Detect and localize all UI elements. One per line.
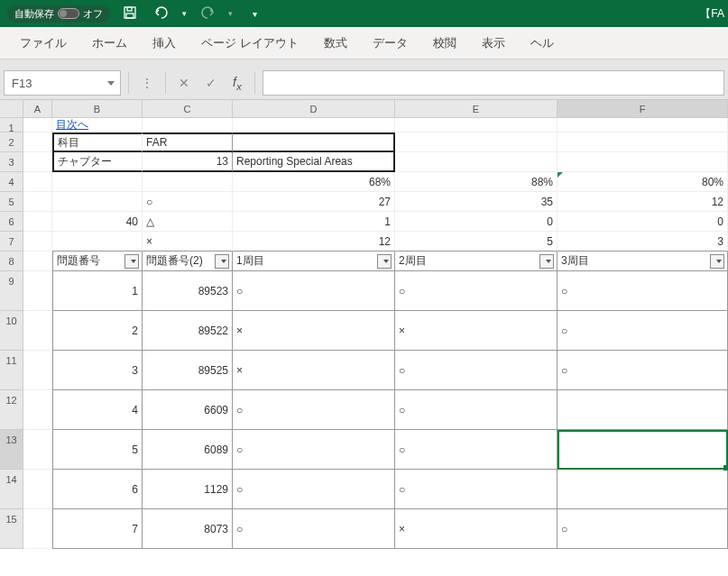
cell[interactable]: 13 bbox=[143, 152, 233, 172]
cell[interactable]: 88% bbox=[395, 172, 558, 192]
cell[interactable]: ○ bbox=[395, 351, 558, 390]
row-header[interactable]: 12 bbox=[0, 390, 23, 430]
filter-header[interactable]: 2周目 bbox=[395, 251, 558, 271]
cell[interactable]: チャプター bbox=[52, 152, 143, 172]
tab-review[interactable]: 校閲 bbox=[420, 28, 469, 59]
cell[interactable]: 89522 bbox=[143, 311, 233, 351]
cell[interactable]: Reporting Special Areas bbox=[233, 152, 395, 172]
cell[interactable]: × bbox=[395, 509, 558, 549]
cell[interactable]: 6089 bbox=[143, 430, 233, 470]
cell[interactable]: 27 bbox=[233, 192, 395, 212]
cell[interactable]: 0 bbox=[395, 212, 558, 232]
cell[interactable]: 80% bbox=[558, 172, 728, 192]
filter-dropdown-icon[interactable] bbox=[716, 260, 722, 263]
autosave-toggle[interactable]: 自動保存 オフ bbox=[7, 5, 110, 23]
qat-customize-icon[interactable]: ▾ bbox=[249, 7, 261, 21]
name-box[interactable]: F13 bbox=[4, 70, 121, 96]
cell[interactable]: 3 bbox=[558, 232, 728, 251]
cell[interactable]: 5 bbox=[52, 430, 143, 470]
row-header[interactable]: 14 bbox=[0, 470, 23, 509]
row-header[interactable]: 8 bbox=[0, 251, 23, 271]
undo-dropdown-icon[interactable]: ▾ bbox=[182, 9, 187, 18]
formula-input[interactable] bbox=[263, 70, 724, 96]
cell[interactable]: ○ bbox=[233, 271, 395, 311]
cell[interactable]: ○ bbox=[233, 430, 395, 470]
cell[interactable]: 1129 bbox=[143, 470, 233, 509]
row-header[interactable]: 6 bbox=[0, 212, 23, 232]
cell[interactable]: × bbox=[233, 351, 395, 390]
fx-icon[interactable]: fx bbox=[233, 75, 242, 92]
cell[interactable] bbox=[558, 390, 728, 430]
row-header[interactable]: 3 bbox=[0, 152, 23, 172]
filter-dropdown-icon[interactable] bbox=[546, 260, 551, 263]
cell[interactable]: 40 bbox=[52, 212, 143, 232]
col-header-f[interactable]: F bbox=[558, 100, 728, 117]
cell[interactable]: 35 bbox=[395, 192, 558, 212]
tab-home[interactable]: ホーム bbox=[79, 28, 140, 59]
filter-dropdown-icon[interactable] bbox=[383, 260, 389, 263]
row-header[interactable]: 5 bbox=[0, 192, 23, 212]
row-header[interactable]: 13 bbox=[0, 430, 23, 470]
cell[interactable]: 12 bbox=[558, 192, 728, 212]
spreadsheet-grid[interactable]: A B C D E F 1 2 3 4 5 6 7 8 9 10 11 12 1… bbox=[0, 100, 728, 549]
col-header-b[interactable]: B bbox=[52, 100, 143, 117]
menu-button[interactable]: ⋮ bbox=[136, 72, 158, 94]
cell[interactable]: 1 bbox=[233, 212, 395, 232]
cell[interactable]: 6 bbox=[52, 470, 143, 509]
cells-area[interactable]: 目次へ 科目FAR チャプター13Reporting Special Areas… bbox=[23, 118, 728, 549]
cell[interactable] bbox=[558, 470, 728, 509]
save-button[interactable] bbox=[119, 4, 141, 24]
cancel-button[interactable]: ✕ bbox=[173, 72, 195, 94]
tab-help[interactable]: ヘル bbox=[518, 28, 567, 59]
cell[interactable]: × bbox=[395, 311, 558, 351]
cell[interactable]: FAR bbox=[143, 133, 233, 152]
filter-header[interactable]: 3周目 bbox=[558, 251, 728, 271]
cell[interactable]: ○ bbox=[143, 192, 233, 212]
cell[interactable]: 科目 bbox=[52, 133, 143, 152]
cell[interactable]: ○ bbox=[558, 271, 728, 311]
cell[interactable]: ○ bbox=[233, 390, 395, 430]
col-header-e[interactable]: E bbox=[395, 100, 558, 117]
cell[interactable]: ○ bbox=[395, 390, 558, 430]
tab-view[interactable]: 表示 bbox=[469, 28, 518, 59]
filter-header[interactable]: 問題番号 bbox=[52, 251, 143, 271]
cell[interactable]: ○ bbox=[233, 509, 395, 549]
row-header[interactable]: 4 bbox=[0, 172, 23, 192]
cell[interactable]: 1 bbox=[52, 271, 143, 311]
row-header[interactable]: 7 bbox=[0, 232, 23, 251]
cell[interactable]: ○ bbox=[558, 351, 728, 390]
row-header[interactable]: 9 bbox=[0, 271, 23, 311]
cell[interactable]: ○ bbox=[395, 470, 558, 509]
filter-header[interactable]: 1周目 bbox=[233, 251, 395, 271]
row-header[interactable]: 15 bbox=[0, 509, 23, 549]
cell[interactable]: ○ bbox=[558, 311, 728, 351]
row-header[interactable]: 10 bbox=[0, 311, 23, 351]
cell[interactable]: 2 bbox=[52, 311, 143, 351]
tab-page-layout[interactable]: ページ レイアウト bbox=[189, 28, 311, 59]
cell[interactable]: ○ bbox=[558, 509, 728, 549]
select-all-corner[interactable] bbox=[0, 100, 23, 117]
tab-formulas[interactable]: 数式 bbox=[311, 28, 360, 59]
cell[interactable]: 4 bbox=[52, 390, 143, 430]
cell[interactable]: × bbox=[233, 311, 395, 351]
col-header-d[interactable]: D bbox=[233, 100, 395, 117]
cell[interactable]: 12 bbox=[233, 232, 395, 251]
cell[interactable]: 89525 bbox=[143, 351, 233, 390]
cell[interactable]: 7 bbox=[52, 509, 143, 549]
tab-data[interactable]: データ bbox=[360, 28, 420, 59]
tab-file[interactable]: ファイル bbox=[7, 28, 79, 59]
undo-button[interactable] bbox=[150, 4, 173, 24]
cell[interactable]: 68% bbox=[233, 172, 395, 192]
row-header[interactable]: 2 bbox=[0, 133, 23, 152]
cell[interactable]: ○ bbox=[395, 430, 558, 470]
filter-dropdown-icon[interactable] bbox=[131, 260, 136, 263]
cell[interactable]: 0 bbox=[558, 212, 728, 232]
row-header[interactable]: 1 bbox=[0, 118, 23, 133]
col-header-a[interactable]: A bbox=[23, 100, 52, 117]
redo-button[interactable] bbox=[196, 4, 219, 24]
filter-header[interactable]: 問題番号(2) bbox=[143, 251, 233, 271]
cell[interactable]: 89523 bbox=[143, 271, 233, 311]
cell[interactable]: △ bbox=[143, 212, 233, 232]
cell[interactable]: 5 bbox=[395, 232, 558, 251]
link-toc[interactable]: 目次へ bbox=[52, 118, 143, 133]
